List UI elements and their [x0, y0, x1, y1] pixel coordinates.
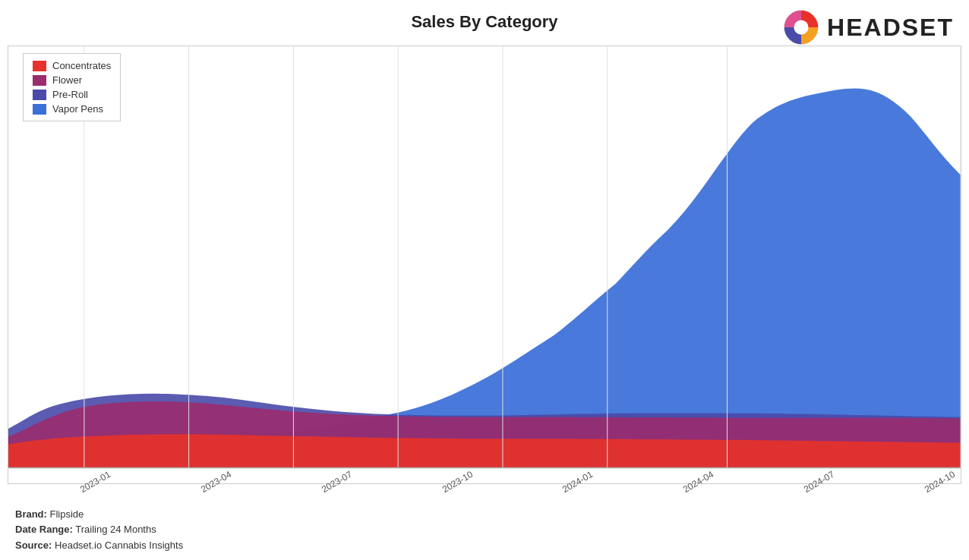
x-axis: 2023-01 2023-04 2023-07 2023-10 2024-01 … — [8, 471, 961, 488]
footer-daterange-label: Date Range: — [15, 524, 73, 535]
chart-area — [8, 46, 961, 484]
x-label-2024-04: 2024-04 — [681, 469, 715, 495]
header-logo: HEADSET — [783, 9, 954, 46]
legend-label-vapor-pens: Vapor Pens — [52, 103, 103, 115]
legend-item-concentrates: Concentrates — [33, 60, 111, 71]
legend-item-flower: Flower — [33, 74, 111, 86]
legend: Concentrates Flower Pre-Roll Vapor Pens — [23, 53, 121, 121]
chart-svg — [8, 46, 961, 483]
logo-text: HEADSET — [827, 14, 954, 42]
footer-brand: Brand: Flipside — [15, 507, 183, 523]
legend-color-vapor-pens — [33, 104, 46, 115]
legend-color-concentrates — [33, 61, 46, 71]
x-label-2023-04: 2023-04 — [199, 469, 233, 495]
x-label-2024-07: 2024-07 — [802, 469, 836, 495]
footer-source-value: Headset.io Cannabis Insights — [55, 540, 183, 551]
legend-item-pre-roll: Pre-Roll — [33, 89, 111, 100]
legend-item-vapor-pens: Vapor Pens — [33, 103, 111, 115]
svg-point-2 — [794, 20, 808, 34]
footer-daterange-value: Trailing 24 Months — [75, 524, 156, 535]
legend-label-flower: Flower — [52, 74, 82, 86]
footer-daterange: Date Range: Trailing 24 Months — [15, 522, 183, 538]
headset-logo-icon — [783, 9, 819, 46]
footer-brand-value: Flipside — [50, 508, 84, 520]
footer-source: Source: Headset.io Cannabis Insights — [15, 538, 183, 554]
x-label-2023-10: 2023-10 — [440, 469, 474, 495]
legend-label-concentrates: Concentrates — [52, 60, 111, 71]
x-label-2023-01: 2023-01 — [78, 469, 112, 495]
x-label-2023-07: 2023-07 — [320, 469, 354, 495]
footer-brand-label: Brand: — [15, 508, 47, 520]
legend-color-flower — [33, 75, 46, 86]
footer-info: Brand: Flipside Date Range: Trailing 24 … — [15, 507, 183, 554]
x-label-2024-10: 2024-10 — [923, 469, 957, 495]
page-container: HEADSET Sales By Category — [0, 0, 969, 560]
legend-label-pre-roll: Pre-Roll — [52, 89, 88, 100]
legend-color-pre-roll — [33, 90, 46, 100]
footer-source-label: Source: — [15, 540, 52, 551]
x-label-2024-01: 2024-01 — [560, 469, 595, 495]
